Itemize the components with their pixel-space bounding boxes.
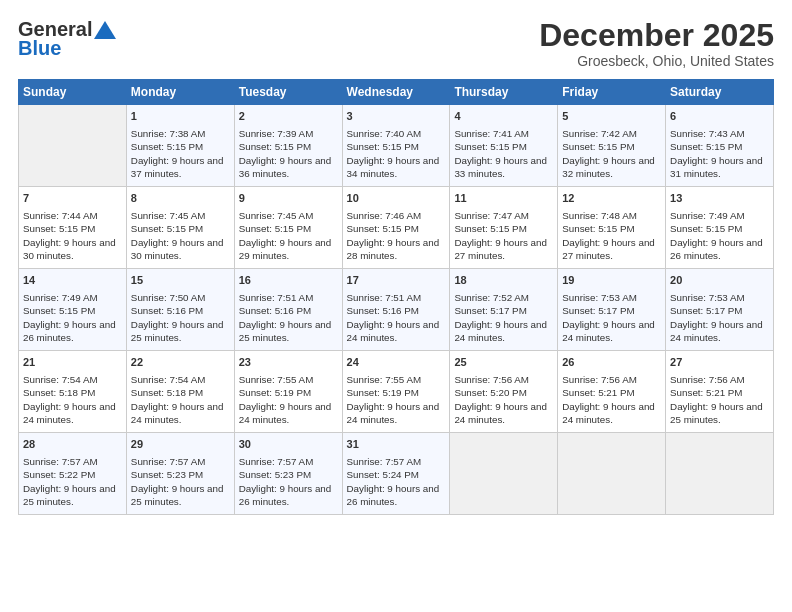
day-number: 13 <box>670 191 769 206</box>
sunrise-label: Sunrise: 7:53 AM <box>670 292 745 303</box>
daylight-label: Daylight: 9 hours and 37 minutes. <box>131 155 224 180</box>
day-info: Sunrise: 7:55 AMSunset: 5:19 PMDaylight:… <box>347 373 446 427</box>
daylight-label: Daylight: 9 hours and 25 minutes. <box>131 319 224 344</box>
day-info: Sunrise: 7:54 AMSunset: 5:18 PMDaylight:… <box>23 373 122 427</box>
day-info: Sunrise: 7:42 AMSunset: 5:15 PMDaylight:… <box>562 127 661 181</box>
day-number: 23 <box>239 355 338 370</box>
header: General Blue December 2025 Groesbeck, Oh… <box>18 18 774 69</box>
day-number: 3 <box>347 109 446 124</box>
day-info: Sunrise: 7:51 AMSunset: 5:16 PMDaylight:… <box>347 291 446 345</box>
sunset-label: Sunset: 5:16 PM <box>131 305 203 316</box>
calendar-cell: 22Sunrise: 7:54 AMSunset: 5:18 PMDayligh… <box>126 351 234 433</box>
calendar-cell: 29Sunrise: 7:57 AMSunset: 5:23 PMDayligh… <box>126 433 234 515</box>
daylight-label: Daylight: 9 hours and 27 minutes. <box>454 237 547 262</box>
daylight-label: Daylight: 9 hours and 26 minutes. <box>23 319 116 344</box>
day-number: 28 <box>23 437 122 452</box>
calendar-cell: 14Sunrise: 7:49 AMSunset: 5:15 PMDayligh… <box>19 269 127 351</box>
sunset-label: Sunset: 5:15 PM <box>670 223 742 234</box>
day-number: 30 <box>239 437 338 452</box>
sunrise-label: Sunrise: 7:45 AM <box>239 210 314 221</box>
daylight-label: Daylight: 9 hours and 36 minutes. <box>239 155 332 180</box>
daylight-label: Daylight: 9 hours and 24 minutes. <box>454 319 547 344</box>
day-info: Sunrise: 7:46 AMSunset: 5:15 PMDaylight:… <box>347 209 446 263</box>
day-info: Sunrise: 7:39 AMSunset: 5:15 PMDaylight:… <box>239 127 338 181</box>
page: General Blue December 2025 Groesbeck, Oh… <box>0 0 792 612</box>
sunrise-label: Sunrise: 7:39 AM <box>239 128 314 139</box>
sunset-label: Sunset: 5:19 PM <box>347 387 419 398</box>
sunset-label: Sunset: 5:24 PM <box>347 469 419 480</box>
sunrise-label: Sunrise: 7:51 AM <box>347 292 422 303</box>
daylight-label: Daylight: 9 hours and 24 minutes. <box>239 401 332 426</box>
daylight-label: Daylight: 9 hours and 29 minutes. <box>239 237 332 262</box>
day-number: 14 <box>23 273 122 288</box>
day-number: 16 <box>239 273 338 288</box>
day-number: 17 <box>347 273 446 288</box>
daylight-label: Daylight: 9 hours and 24 minutes. <box>23 401 116 426</box>
sunrise-label: Sunrise: 7:40 AM <box>347 128 422 139</box>
calendar-cell: 31Sunrise: 7:57 AMSunset: 5:24 PMDayligh… <box>342 433 450 515</box>
calendar-cell: 11Sunrise: 7:47 AMSunset: 5:15 PMDayligh… <box>450 187 558 269</box>
day-number: 5 <box>562 109 661 124</box>
daylight-label: Daylight: 9 hours and 26 minutes. <box>670 237 763 262</box>
sunset-label: Sunset: 5:15 PM <box>562 141 634 152</box>
day-number: 4 <box>454 109 553 124</box>
calendar-table: SundayMondayTuesdayWednesdayThursdayFrid… <box>18 79 774 515</box>
day-info: Sunrise: 7:53 AMSunset: 5:17 PMDaylight:… <box>670 291 769 345</box>
column-header-wednesday: Wednesday <box>342 80 450 105</box>
sunrise-label: Sunrise: 7:57 AM <box>239 456 314 467</box>
calendar-cell: 24Sunrise: 7:55 AMSunset: 5:19 PMDayligh… <box>342 351 450 433</box>
sunset-label: Sunset: 5:20 PM <box>454 387 526 398</box>
sunrise-label: Sunrise: 7:57 AM <box>23 456 98 467</box>
day-number: 9 <box>239 191 338 206</box>
calendar-cell: 21Sunrise: 7:54 AMSunset: 5:18 PMDayligh… <box>19 351 127 433</box>
calendar-cell: 5Sunrise: 7:42 AMSunset: 5:15 PMDaylight… <box>558 105 666 187</box>
calendar-week-3: 14Sunrise: 7:49 AMSunset: 5:15 PMDayligh… <box>19 269 774 351</box>
daylight-label: Daylight: 9 hours and 24 minutes. <box>347 401 440 426</box>
day-info: Sunrise: 7:53 AMSunset: 5:17 PMDaylight:… <box>562 291 661 345</box>
sunset-label: Sunset: 5:21 PM <box>562 387 634 398</box>
day-number: 2 <box>239 109 338 124</box>
daylight-label: Daylight: 9 hours and 24 minutes. <box>454 401 547 426</box>
calendar-cell: 17Sunrise: 7:51 AMSunset: 5:16 PMDayligh… <box>342 269 450 351</box>
calendar-cell <box>558 433 666 515</box>
daylight-label: Daylight: 9 hours and 27 minutes. <box>562 237 655 262</box>
calendar-cell: 18Sunrise: 7:52 AMSunset: 5:17 PMDayligh… <box>450 269 558 351</box>
day-info: Sunrise: 7:40 AMSunset: 5:15 PMDaylight:… <box>347 127 446 181</box>
day-info: Sunrise: 7:49 AMSunset: 5:15 PMDaylight:… <box>23 291 122 345</box>
day-info: Sunrise: 7:47 AMSunset: 5:15 PMDaylight:… <box>454 209 553 263</box>
day-number: 25 <box>454 355 553 370</box>
day-info: Sunrise: 7:44 AMSunset: 5:15 PMDaylight:… <box>23 209 122 263</box>
daylight-label: Daylight: 9 hours and 24 minutes. <box>131 401 224 426</box>
calendar-cell: 12Sunrise: 7:48 AMSunset: 5:15 PMDayligh… <box>558 187 666 269</box>
day-info: Sunrise: 7:56 AMSunset: 5:21 PMDaylight:… <box>670 373 769 427</box>
sunrise-label: Sunrise: 7:55 AM <box>239 374 314 385</box>
day-info: Sunrise: 7:57 AMSunset: 5:23 PMDaylight:… <box>239 455 338 509</box>
day-info: Sunrise: 7:48 AMSunset: 5:15 PMDaylight:… <box>562 209 661 263</box>
sunset-label: Sunset: 5:23 PM <box>239 469 311 480</box>
day-info: Sunrise: 7:57 AMSunset: 5:24 PMDaylight:… <box>347 455 446 509</box>
calendar-cell: 9Sunrise: 7:45 AMSunset: 5:15 PMDaylight… <box>234 187 342 269</box>
day-info: Sunrise: 7:50 AMSunset: 5:16 PMDaylight:… <box>131 291 230 345</box>
sunset-label: Sunset: 5:15 PM <box>131 141 203 152</box>
calendar-cell: 3Sunrise: 7:40 AMSunset: 5:15 PMDaylight… <box>342 105 450 187</box>
calendar-cell: 2Sunrise: 7:39 AMSunset: 5:15 PMDaylight… <box>234 105 342 187</box>
daylight-label: Daylight: 9 hours and 31 minutes. <box>670 155 763 180</box>
sunset-label: Sunset: 5:17 PM <box>562 305 634 316</box>
calendar-cell: 25Sunrise: 7:56 AMSunset: 5:20 PMDayligh… <box>450 351 558 433</box>
title-block: December 2025 Groesbeck, Ohio, United St… <box>539 18 774 69</box>
sunset-label: Sunset: 5:15 PM <box>454 141 526 152</box>
daylight-label: Daylight: 9 hours and 25 minutes. <box>131 483 224 508</box>
sunrise-label: Sunrise: 7:38 AM <box>131 128 206 139</box>
calendar-cell: 4Sunrise: 7:41 AMSunset: 5:15 PMDaylight… <box>450 105 558 187</box>
sunrise-label: Sunrise: 7:41 AM <box>454 128 529 139</box>
sunrise-label: Sunrise: 7:53 AM <box>562 292 637 303</box>
sunrise-label: Sunrise: 7:55 AM <box>347 374 422 385</box>
calendar-week-1: 1Sunrise: 7:38 AMSunset: 5:15 PMDaylight… <box>19 105 774 187</box>
sunset-label: Sunset: 5:15 PM <box>670 141 742 152</box>
day-number: 29 <box>131 437 230 452</box>
day-number: 19 <box>562 273 661 288</box>
sunset-label: Sunset: 5:17 PM <box>670 305 742 316</box>
daylight-label: Daylight: 9 hours and 34 minutes. <box>347 155 440 180</box>
column-header-thursday: Thursday <box>450 80 558 105</box>
sunset-label: Sunset: 5:19 PM <box>239 387 311 398</box>
